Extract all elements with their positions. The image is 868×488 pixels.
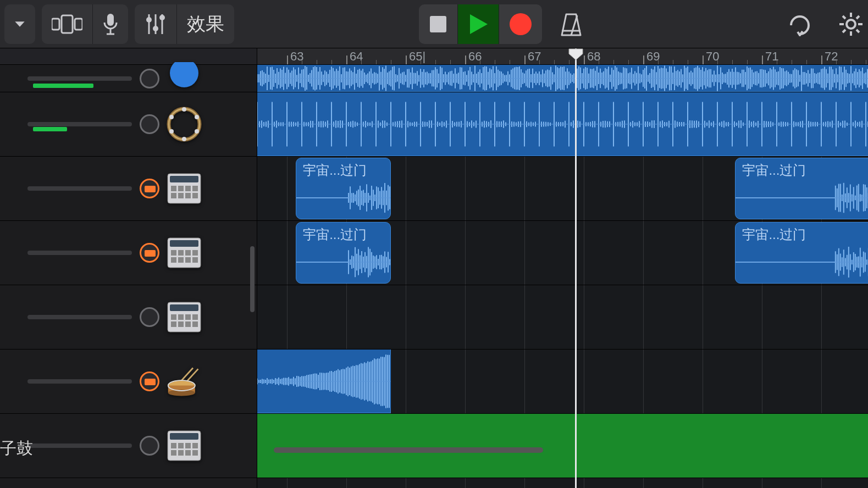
mute-toggle[interactable] <box>140 114 159 134</box>
settings-button[interactable] <box>828 4 864 44</box>
track-name: 子鼓 <box>0 437 33 460</box>
svg-rect-56 <box>171 314 176 320</box>
svg-rect-3 <box>107 14 114 26</box>
stop-icon <box>429 15 447 34</box>
svg-rect-46 <box>171 250 176 256</box>
audio-region[interactable] <box>257 92 868 156</box>
svg-point-9 <box>146 17 152 23</box>
svg-point-10 <box>153 26 158 31</box>
play-button[interactable] <box>458 4 499 44</box>
mute-toggle[interactable] <box>140 69 159 88</box>
timeline-scrollbar[interactable] <box>274 447 543 453</box>
main-area: 子鼓 636465|6667686970717273 宇宙...过门宇宙...过… <box>0 48 868 488</box>
tambourine-icon[interactable] <box>166 106 202 142</box>
volume-slider[interactable] <box>27 443 132 448</box>
sampler-icon[interactable] <box>166 428 202 464</box>
mute-toggle[interactable] <box>140 371 159 391</box>
track-header[interactable] <box>0 221 257 285</box>
sampler-icon[interactable] <box>166 170 202 207</box>
svg-point-28 <box>182 107 186 112</box>
audio-region[interactable] <box>257 65 868 92</box>
svg-rect-55 <box>170 304 198 311</box>
svg-rect-43 <box>192 193 198 198</box>
svg-rect-58 <box>185 314 191 320</box>
svg-line-21 <box>843 16 845 19</box>
volume-slider[interactable] <box>27 76 132 81</box>
record-button[interactable] <box>499 4 542 44</box>
timeline[interactable]: 636465|6667686970717273 宇宙...过门宇宙...过门宇宙… <box>257 48 868 488</box>
mute-toggle[interactable] <box>140 436 159 456</box>
chevron-down-icon <box>14 19 25 30</box>
sampler-icon[interactable] <box>166 235 202 271</box>
track-header[interactable]: 子鼓 <box>0 414 257 478</box>
svg-point-29 <box>195 115 199 119</box>
track-header[interactable] <box>0 92 257 157</box>
svg-rect-59 <box>192 314 198 320</box>
loop-browser-button[interactable] <box>778 4 822 44</box>
svg-rect-71 <box>170 433 198 440</box>
volume-slider[interactable] <box>27 315 132 319</box>
volume-slider[interactable] <box>27 122 132 126</box>
svg-point-25 <box>170 62 198 87</box>
playhead[interactable] <box>575 48 577 488</box>
audio-region[interactable]: 宇宙...过门 <box>296 222 391 284</box>
audio-region[interactable]: 宇宙...过门 <box>296 158 391 219</box>
bluedot-icon[interactable] <box>166 60 202 97</box>
svg-rect-74 <box>185 443 191 448</box>
sliders-icon <box>145 12 167 36</box>
record-icon <box>509 13 532 36</box>
loop-icon <box>788 12 812 36</box>
svg-point-13 <box>510 13 532 35</box>
svg-rect-2 <box>75 19 82 30</box>
transport-cluster <box>419 4 542 44</box>
mute-toggle[interactable] <box>140 243 159 263</box>
fx-label: 效果 <box>187 12 224 37</box>
bar-label: 65| <box>409 49 425 64</box>
stop-button[interactable] <box>419 4 458 44</box>
region-lanes[interactable]: 宇宙...过门宇宙...过门宇宙...过门宇宙...过门 <box>257 65 868 488</box>
svg-rect-60 <box>171 321 176 327</box>
audio-region[interactable]: 宇宙...过门 <box>735 222 868 284</box>
mute-toggle[interactable] <box>140 179 159 198</box>
track-header[interactable] <box>0 65 257 92</box>
sampler-icon[interactable] <box>166 299 202 335</box>
svg-rect-62 <box>185 321 191 327</box>
ruler[interactable]: 636465|6667686970717273 <box>257 48 868 65</box>
input-mode-cluster <box>42 4 128 44</box>
audio-region[interactable]: 宇宙...过门 <box>735 158 868 219</box>
svg-rect-53 <box>192 257 198 263</box>
fx-button[interactable]: 效果 <box>177 4 234 44</box>
fx-cluster: 效果 <box>135 4 234 44</box>
track-header[interactable] <box>0 350 257 414</box>
svg-point-32 <box>169 129 174 134</box>
track-view-button[interactable] <box>42 4 93 44</box>
metronome-icon <box>559 11 584 37</box>
svg-rect-78 <box>185 450 191 456</box>
svg-rect-61 <box>178 321 184 327</box>
svg-line-23 <box>856 16 859 19</box>
track-header[interactable] <box>0 285 257 350</box>
svg-rect-75 <box>192 443 198 448</box>
volume-slider[interactable] <box>27 186 132 191</box>
svg-point-31 <box>182 137 186 141</box>
playhead-handle-icon[interactable] <box>568 48 583 60</box>
svg-point-27 <box>169 109 200 140</box>
svg-point-11 <box>159 15 165 20</box>
midi-region[interactable] <box>257 414 868 478</box>
mute-toggle[interactable] <box>140 307 159 327</box>
volume-slider[interactable] <box>27 251 132 255</box>
track-header[interactable] <box>0 157 257 221</box>
svg-point-16 <box>847 20 855 29</box>
svg-rect-38 <box>185 186 191 191</box>
metronome-button[interactable] <box>549 4 594 44</box>
audio-region[interactable] <box>257 350 391 413</box>
svg-rect-52 <box>185 257 191 263</box>
svg-rect-48 <box>185 250 191 256</box>
track-scrollbar[interactable] <box>250 246 255 312</box>
mixer-button[interactable] <box>135 4 177 44</box>
svg-line-24 <box>843 30 845 32</box>
snare-icon[interactable] <box>166 363 202 400</box>
volume-slider[interactable] <box>27 379 132 384</box>
mic-input-button[interactable] <box>93 4 128 44</box>
view-menu-button[interactable] <box>4 4 35 44</box>
